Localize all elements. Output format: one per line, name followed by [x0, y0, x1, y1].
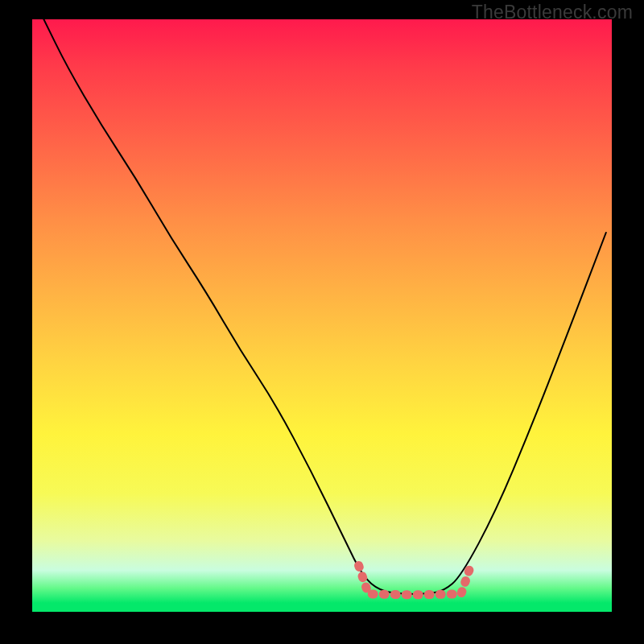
curve-svg [32, 19, 612, 612]
bottleneck-curve [43, 19, 605, 594]
plateau-highlight [359, 566, 471, 595]
chart-frame: TheBottleneck.com [0, 0, 644, 644]
watermark-text: TheBottleneck.com [472, 2, 633, 23]
plot-area [32, 19, 612, 612]
